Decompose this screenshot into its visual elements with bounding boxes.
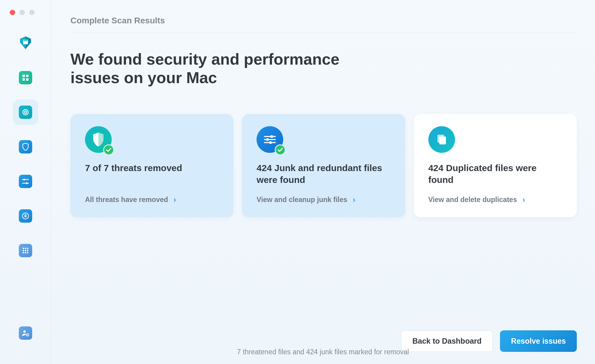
sidebar	[0, 0, 51, 364]
card-action-link[interactable]: View and cleanup junk files ›	[257, 195, 390, 204]
svg-point-23	[25, 250, 26, 251]
grid-icon	[19, 71, 32, 84]
page-headline: We found security and performance issues…	[70, 50, 344, 87]
card-junk[interactable]: 424 Junk and redundant files were found …	[242, 114, 405, 217]
svg-point-25	[22, 252, 24, 254]
svg-rect-34	[266, 138, 269, 141]
user-gear-icon	[19, 326, 32, 340]
svg-point-27	[27, 252, 28, 254]
footer-status-text: 7 threatened files and 424 junk files ma…	[51, 348, 595, 356]
shield-icon	[19, 140, 32, 153]
svg-point-14	[23, 179, 25, 180]
sidebar-item-apps[interactable]	[13, 238, 38, 263]
card-action-label: All threats have removed	[85, 196, 168, 204]
sidebar-item-privacy[interactable]	[13, 203, 38, 229]
svg-point-21	[27, 248, 28, 249]
footer-actions: Back to Dashboard Resolve issues	[70, 318, 577, 352]
sidebar-item-tuneup[interactable]	[13, 169, 38, 194]
svg-point-16	[26, 182, 28, 184]
card-action-label: View and cleanup junk files	[257, 196, 347, 204]
svg-rect-4	[25, 39, 26, 41]
divider	[70, 33, 577, 33]
svg-point-22	[22, 250, 24, 251]
svg-point-19	[22, 248, 24, 249]
svg-rect-36	[269, 141, 272, 144]
check-badge-icon	[103, 144, 114, 155]
svg-rect-6	[22, 75, 25, 77]
card-title: 424 Duplicated files were found	[428, 162, 562, 186]
page-subtitle: Complete Scan Results	[70, 16, 577, 25]
svg-point-24	[27, 250, 28, 251]
svg-rect-5	[26, 39, 27, 41]
sliders-icon	[19, 175, 32, 188]
target-icon	[19, 106, 32, 119]
sidebar-item-protection[interactable]	[13, 134, 38, 160]
chevron-right-icon: ›	[353, 195, 355, 204]
card-title: 7 of 7 threats removed	[85, 162, 219, 174]
svg-rect-7	[26, 75, 29, 77]
check-badge-icon	[275, 144, 286, 155]
svg-rect-38	[439, 136, 446, 144]
sidebar-item-dashboard[interactable]	[13, 65, 38, 90]
chevron-right-icon: ›	[522, 195, 525, 204]
svg-rect-3	[24, 39, 25, 41]
card-threats[interactable]: 7 of 7 threats removed All threats have …	[70, 114, 233, 217]
card-icon-wrap	[428, 126, 456, 153]
card-title: 424 Junk and redundant files were found	[257, 162, 390, 186]
svg-point-30	[27, 335, 28, 335]
svg-rect-18	[25, 216, 26, 217]
svg-rect-8	[22, 78, 25, 81]
card-icon-wrap	[85, 126, 112, 153]
svg-point-20	[25, 248, 26, 249]
card-action-label: View and delete duplicates	[428, 196, 517, 204]
card-action-link[interactable]: All threats have removed ›	[85, 195, 219, 204]
svg-rect-9	[26, 78, 29, 81]
svg-point-26	[25, 252, 26, 254]
sidebar-item-logo[interactable]	[13, 30, 38, 56]
castle-shield-icon	[18, 35, 33, 51]
apps-grid-icon	[19, 244, 32, 257]
chevron-right-icon: ›	[174, 195, 176, 204]
lock-icon	[19, 209, 32, 223]
sidebar-item-scan[interactable]	[13, 99, 38, 125]
card-icon-wrap	[257, 126, 284, 153]
card-duplicates[interactable]: 424 Duplicated files were found View and…	[414, 114, 577, 217]
result-cards: 7 of 7 threats removed All threats have …	[70, 114, 577, 217]
svg-rect-32	[270, 135, 273, 138]
main-content: Complete Scan Results We found security …	[51, 0, 595, 364]
sidebar-item-settings[interactable]	[13, 320, 38, 346]
svg-point-28	[23, 330, 26, 333]
svg-point-12	[25, 112, 25, 113]
duplicate-icon	[428, 126, 455, 153]
card-action-link[interactable]: View and delete duplicates ›	[428, 195, 562, 204]
